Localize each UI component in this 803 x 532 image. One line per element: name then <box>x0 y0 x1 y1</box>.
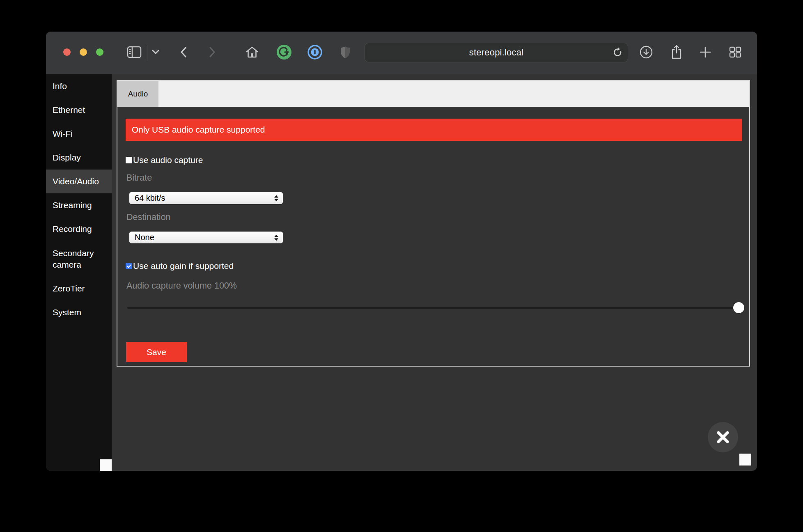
browser-window: stereopi.local <box>46 32 757 471</box>
back-icon[interactable] <box>180 46 187 58</box>
sidebar-item-wifi[interactable]: Wi-Fi <box>46 122 112 146</box>
reload-icon[interactable] <box>613 48 623 57</box>
sidebar-item-ethernet[interactable]: Ethernet <box>46 98 112 122</box>
sidebar-item-info[interactable]: Info <box>46 74 112 98</box>
onepassword-extension-icon[interactable] <box>307 45 322 60</box>
forward-icon[interactable] <box>209 46 216 58</box>
sidebar-item-streaming[interactable]: Streaming <box>46 193 112 217</box>
alert-text: Only USB audio capture supported <box>132 125 265 135</box>
destination-value: None <box>135 233 154 242</box>
auto-gain-label: Use auto gain if supported <box>133 261 234 271</box>
use-audio-capture-checkbox[interactable] <box>126 157 132 163</box>
sidebar-toggle-icon[interactable] <box>127 46 142 58</box>
bitrate-value: 64 kbit/s <box>135 193 165 203</box>
new-tab-icon[interactable] <box>700 46 711 58</box>
volume-label: Audio capture volume 100% <box>126 281 237 291</box>
screen: stereopi.local <box>0 0 803 532</box>
sidebar-item-secondary-camera[interactable]: Secondary camera <box>46 241 112 277</box>
sidebar-item-video-audio[interactable]: Video/Audio <box>46 170 112 193</box>
downloads-icon[interactable] <box>640 46 653 59</box>
close-icon <box>715 429 731 445</box>
destination-label: Destination <box>126 212 171 222</box>
use-audio-capture-row: Use audio capture <box>126 155 203 165</box>
settings-panel: Audio Only USB audio capture supported U… <box>117 80 750 367</box>
select-spinner-icon <box>274 234 278 241</box>
select-spinner-icon <box>274 195 278 201</box>
panel-tabbar: Audio <box>117 81 749 107</box>
scroll-corner-artifact <box>100 459 112 471</box>
alert-banner: Only USB audio capture supported <box>126 119 742 141</box>
sidebar-item-system[interactable]: System <box>46 300 112 324</box>
volume-slider-thumb[interactable] <box>733 302 744 313</box>
toolbar-divider <box>147 45 147 61</box>
browser-toolbar: stereopi.local <box>46 32 757 74</box>
volume-slider-track[interactable] <box>127 307 740 309</box>
share-icon[interactable] <box>671 45 682 60</box>
tab-overview-icon[interactable] <box>729 46 741 58</box>
address-bar[interactable]: stereopi.local <box>365 43 628 62</box>
bitrate-select[interactable]: 64 kbit/s <box>129 192 283 204</box>
use-audio-capture-label: Use audio capture <box>133 155 203 165</box>
sidebar-item-display[interactable]: Display <box>46 146 112 170</box>
privacy-shield-icon[interactable] <box>340 46 351 60</box>
sidebar-item-recording[interactable]: Recording <box>46 217 112 241</box>
zoom-window-button[interactable] <box>96 48 103 56</box>
chevron-down-icon[interactable] <box>152 50 159 55</box>
close-window-button[interactable] <box>63 48 71 56</box>
auto-gain-row: Use auto gain if supported <box>126 261 234 271</box>
minimize-window-button[interactable] <box>80 48 87 56</box>
destination-select[interactable]: None <box>129 231 283 244</box>
auto-gain-checkbox[interactable] <box>126 263 132 269</box>
tab-audio[interactable]: Audio <box>117 81 158 107</box>
close-overlay-button[interactable] <box>708 422 738 452</box>
save-button[interactable]: Save <box>126 342 187 362</box>
sidebar-item-zerotier[interactable]: ZeroTier <box>46 277 112 300</box>
home-icon[interactable] <box>245 46 259 58</box>
address-text: stereopi.local <box>469 47 523 58</box>
bitrate-label: Bitrate <box>126 173 152 183</box>
grammarly-extension-icon[interactable] <box>277 45 291 60</box>
sidebar: Info Ethernet Wi-Fi Display Video/Audio … <box>46 74 112 471</box>
scroll-corner-artifact <box>739 454 751 466</box>
